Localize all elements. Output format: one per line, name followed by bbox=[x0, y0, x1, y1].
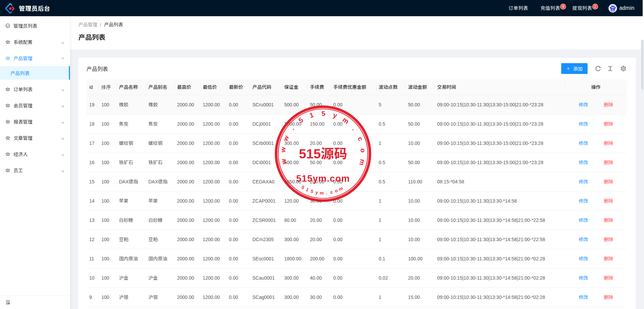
svg-text:o: o bbox=[334, 188, 339, 194]
svg-text:y: y bbox=[332, 111, 338, 120]
svg-text:du: du bbox=[611, 8, 615, 11]
svg-text:c: c bbox=[356, 136, 365, 142]
svg-text:m: m bbox=[320, 190, 324, 196]
svg-text:515ym.com: 515ym.com bbox=[296, 173, 350, 184]
svg-text:5: 5 bbox=[297, 116, 304, 124]
svg-text:.: . bbox=[289, 125, 296, 131]
svg-text:c: c bbox=[330, 189, 333, 195]
svg-text:m: m bbox=[358, 159, 367, 166]
svg-text:w: w bbox=[279, 147, 287, 153]
svg-text:m: m bbox=[338, 186, 344, 192]
svg-text:o: o bbox=[359, 148, 367, 153]
svg-text:w: w bbox=[279, 158, 288, 165]
svg-text:.: . bbox=[326, 190, 327, 195]
svg-text:.: . bbox=[351, 126, 358, 132]
svg-text:w: w bbox=[281, 134, 291, 142]
svg-text:y: y bbox=[315, 190, 319, 195]
svg-text:1: 1 bbox=[309, 111, 315, 119]
svg-text:5: 5 bbox=[310, 189, 314, 195]
svg-text:5: 5 bbox=[321, 110, 325, 117]
svg-text:1: 1 bbox=[305, 187, 309, 192]
svg-text:515源码: 515源码 bbox=[299, 143, 347, 162]
svg-text:5: 5 bbox=[300, 185, 305, 190]
